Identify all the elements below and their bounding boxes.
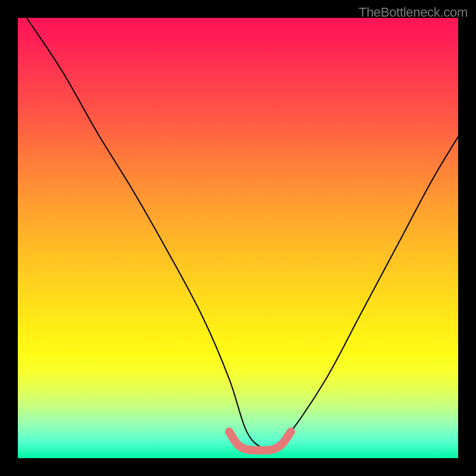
optimal-range-marker	[18, 18, 458, 458]
watermark-text: TheBottleneck.com	[359, 5, 468, 20]
chart-plot-area	[18, 18, 458, 458]
